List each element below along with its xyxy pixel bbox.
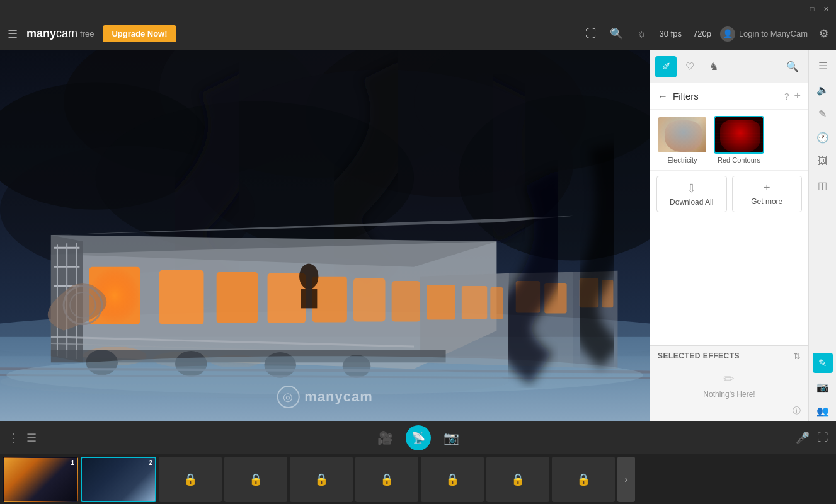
filmstrip-locked-8[interactable]: 🔒 bbox=[486, 457, 549, 502]
title-bar: ─ □ ✕ bbox=[0, 0, 836, 18]
minimize-button[interactable]: ─ bbox=[793, 4, 803, 14]
watermark: ◎ manycam bbox=[277, 386, 373, 408]
upgrade-button[interactable]: Upgrade Now! bbox=[103, 25, 176, 42]
filters-help-icon[interactable]: ? bbox=[784, 91, 789, 101]
fullscreen-icon[interactable]: ⛶ bbox=[817, 431, 828, 445]
rail-lower-third-icon[interactable]: ◫ bbox=[813, 175, 833, 195]
crop-icon[interactable]: ⛶ bbox=[585, 28, 596, 40]
filters-title: Filters bbox=[673, 91, 779, 101]
icon-rail: ☰ 🔈 ✎ 🕐 🖼 ◫ ✎ 📷 👥 bbox=[808, 50, 836, 421]
svg-rect-18 bbox=[312, 277, 347, 323]
fps-display: 30 fps bbox=[660, 29, 682, 38]
svg-point-48 bbox=[299, 264, 318, 289]
hamburger-menu[interactable]: ☰ bbox=[8, 27, 18, 41]
svg-rect-49 bbox=[301, 289, 317, 308]
get-more-button[interactable]: + Get more bbox=[732, 176, 803, 212]
login-label: Login to ManyCam bbox=[739, 29, 808, 38]
filter-label-electricity: Electricity bbox=[667, 156, 697, 164]
tab-favorites[interactable]: ♡ bbox=[679, 56, 701, 77]
rail-image-icon[interactable]: 📷 bbox=[813, 377, 833, 397]
filmstrip-locked-3[interactable]: 🔒 bbox=[159, 457, 222, 502]
tab-search[interactable]: 🔍 bbox=[782, 56, 803, 77]
nothing-here-area: ✎ Nothing's Here! bbox=[658, 366, 801, 404]
watermark-logo: ◎ bbox=[277, 386, 299, 408]
list-icon[interactable]: ☰ bbox=[26, 431, 37, 445]
filmstrip-locked-5[interactable]: 🔒 bbox=[290, 457, 353, 502]
film-num-1: 1 bbox=[71, 459, 74, 466]
red-contours-preview bbox=[715, 117, 764, 154]
maximize-button[interactable]: □ bbox=[807, 4, 817, 14]
rail-effects-icon[interactable]: ✎ bbox=[813, 353, 833, 373]
filmstrip: 1 2 🔒 🔒 🔒 🔒 🔒 🔒 🔒 › bbox=[0, 454, 836, 504]
filter-thumb-electricity bbox=[657, 116, 707, 154]
microphone-icon[interactable]: 🎤 bbox=[796, 431, 810, 445]
filmstrip-item-2[interactable]: 2 bbox=[81, 457, 156, 502]
zoom-icon[interactable]: 🔍 bbox=[610, 27, 623, 40]
filmstrip-locked-9[interactable]: 🔒 bbox=[552, 457, 615, 502]
rail-display-icon[interactable]: 🖼 bbox=[813, 151, 833, 171]
video-canvas: ◎ manycam bbox=[0, 50, 650, 421]
rail-clock-icon[interactable]: 🕐 bbox=[813, 127, 833, 147]
download-icon: ⇩ bbox=[687, 181, 696, 195]
svg-rect-19 bbox=[353, 278, 386, 322]
panel-tabs: ✐ ♡ ♞ 🔍 bbox=[650, 50, 808, 83]
filter-item-red-contours[interactable]: Red Contours bbox=[713, 116, 765, 164]
svg-point-51 bbox=[0, 365, 510, 398]
download-all-label: Download All bbox=[670, 198, 713, 207]
broadcast-button[interactable]: 📡 bbox=[406, 425, 431, 450]
filmstrip-locked-4[interactable]: 🔒 bbox=[224, 457, 287, 502]
settings-icon[interactable]: ⚙ bbox=[819, 27, 828, 40]
menu-icon[interactable]: ⋮ bbox=[8, 431, 19, 445]
watermark-text: manycam bbox=[304, 389, 373, 405]
selected-effects-panel: SELECTED EFFECTS ⇅ ✎ Nothing's Here! ⓘ bbox=[650, 345, 808, 421]
resolution-display: 720p bbox=[693, 29, 711, 38]
filmstrip-item-1[interactable]: 1 bbox=[3, 457, 78, 502]
user-avatar: 👤 bbox=[720, 26, 735, 42]
video-camera-icon[interactable]: 🎥 bbox=[377, 430, 393, 445]
camera-icon[interactable]: 📷 bbox=[444, 430, 459, 445]
video-area: ◎ manycam bbox=[0, 50, 650, 421]
info-icon[interactable]: ⓘ bbox=[793, 405, 801, 416]
rail-layers-icon[interactable]: ☰ bbox=[813, 55, 833, 76]
rail-users-icon[interactable]: 👥 bbox=[813, 401, 833, 421]
filter-item-electricity[interactable]: Electricity bbox=[656, 116, 708, 164]
download-area: ⇩ Download All + Get more bbox=[650, 170, 808, 217]
logo: manycam bbox=[26, 27, 77, 40]
filmstrip-next-button[interactable]: › bbox=[617, 457, 635, 502]
filters-grid: Electricity Red Contours bbox=[650, 110, 808, 170]
svg-rect-16 bbox=[217, 272, 258, 323]
svg-rect-15 bbox=[159, 270, 204, 324]
filmstrip-locked-6[interactable]: 🔒 bbox=[355, 457, 418, 502]
pencil-icon: ✎ bbox=[720, 370, 738, 388]
broadcast-icon: 📡 bbox=[411, 431, 425, 445]
rail-audio-icon[interactable]: 🔈 bbox=[813, 79, 833, 100]
download-all-button[interactable]: ⇩ Download All bbox=[656, 176, 727, 212]
filters-panel: ✐ ♡ ♞ 🔍 ← Filters ? + bbox=[650, 50, 808, 421]
filter-label-red-contours: Red Contours bbox=[718, 156, 760, 164]
bottom-right-controls: 🎤 ⛶ bbox=[796, 431, 828, 445]
logo-free-label: free bbox=[80, 29, 94, 38]
filters-back-button[interactable]: ← bbox=[658, 91, 668, 102]
tab-effects[interactable]: ✐ bbox=[655, 56, 677, 77]
filmstrip-locked-7[interactable]: 🔒 bbox=[421, 457, 484, 502]
brightness-icon[interactable]: ☼ bbox=[637, 28, 647, 40]
get-more-label: Get more bbox=[751, 197, 782, 206]
sort-icon[interactable]: ⇅ bbox=[793, 351, 801, 361]
tab-masks[interactable]: ♞ bbox=[703, 56, 724, 77]
right-side: ✐ ♡ ♞ 🔍 ← Filters ? + bbox=[650, 50, 836, 421]
rail-brush-icon[interactable]: ✎ bbox=[813, 103, 833, 123]
filter-thumb-red-contours bbox=[714, 116, 764, 154]
user-area[interactable]: 👤 Login to ManyCam bbox=[720, 26, 808, 42]
close-button[interactable]: ✕ bbox=[821, 4, 831, 14]
svg-rect-35 bbox=[462, 286, 487, 319]
plus-icon: + bbox=[764, 181, 770, 195]
bottom-left-controls: ⋮ ☰ bbox=[8, 431, 37, 445]
svg-rect-34 bbox=[427, 285, 455, 320]
selected-effects-title: SELECTED EFFECTS bbox=[658, 352, 740, 360]
filters-header: ← Filters ? + bbox=[650, 83, 808, 110]
film-num-2: 2 bbox=[149, 459, 152, 466]
filters-add-button[interactable]: + bbox=[794, 89, 801, 103]
top-bar: ☰ manycam free Upgrade Now! ⛶ 🔍 ☼ 30 fps… bbox=[0, 18, 836, 50]
main-content: ◎ manycam ✐ ♡ ♞ 🔍 ← Filters bbox=[0, 50, 836, 421]
svg-rect-20 bbox=[392, 281, 420, 322]
